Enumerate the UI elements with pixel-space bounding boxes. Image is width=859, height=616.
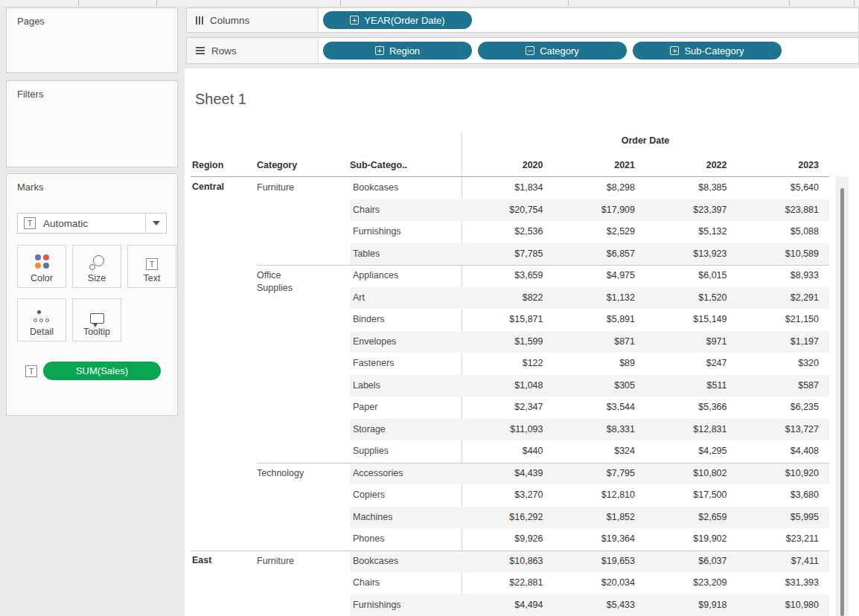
expand-hierarchy-icon[interactable]: + xyxy=(375,46,384,55)
value-cell-2020[interactable]: $15,871 xyxy=(462,309,554,331)
value-cell-2020[interactable]: $4,439 xyxy=(462,463,554,485)
value-cell-2023[interactable]: $6,235 xyxy=(738,397,830,419)
subcategory-cell[interactable]: Supplies xyxy=(350,440,462,463)
value-cell-2021[interactable]: $1,132 xyxy=(554,287,646,309)
value-cell-2020[interactable]: $4,494 xyxy=(462,594,554,616)
year-header-2020[interactable]: 2020 xyxy=(462,160,554,170)
category-cell[interactable] xyxy=(257,199,350,222)
value-cell-2023[interactable]: $587 xyxy=(738,375,830,397)
value-cell-2022[interactable]: $9,918 xyxy=(645,594,738,616)
value-cell-2020[interactable]: $1,834 xyxy=(462,177,554,199)
region-cell[interactable] xyxy=(191,221,257,243)
value-cell-2023[interactable]: $10,589 xyxy=(738,243,830,266)
region-cell[interactable] xyxy=(191,419,257,441)
value-cell-2021[interactable]: $8,298 xyxy=(554,177,646,199)
color-button[interactable]: Color xyxy=(17,245,66,288)
subcategory-cell[interactable]: Bookcases xyxy=(350,551,462,573)
region-cell[interactable] xyxy=(191,265,257,287)
value-cell-2021[interactable]: $4,975 xyxy=(554,265,646,287)
value-cell-2021[interactable]: $5,433 xyxy=(554,594,646,616)
category-cell[interactable]: Technology xyxy=(257,463,350,485)
subcategory-cell[interactable]: Envelopes xyxy=(350,331,462,353)
expand-hierarchy-icon[interactable]: + xyxy=(670,46,679,55)
value-cell-2022[interactable]: $247 xyxy=(645,353,738,375)
value-cell-2021[interactable]: $324 xyxy=(554,440,646,463)
column-dimension-header[interactable]: Order Date xyxy=(462,135,829,146)
value-cell-2020[interactable]: $1,599 xyxy=(462,331,554,353)
subcategory-cell[interactable]: Machines xyxy=(350,507,462,529)
value-cell-2020[interactable]: $1,048 xyxy=(462,375,554,397)
value-cell-2020[interactable]: $22,881 xyxy=(462,572,554,594)
subcategory-cell[interactable]: Fasteners xyxy=(350,353,462,375)
region-cell[interactable] xyxy=(191,331,257,353)
value-cell-2020[interactable]: $7,785 xyxy=(462,243,554,266)
value-cell-2021[interactable]: $305 xyxy=(554,375,646,397)
category-cell[interactable] xyxy=(257,287,350,309)
value-cell-2022[interactable]: $4,295 xyxy=(645,440,738,463)
value-cell-2022[interactable]: $971 xyxy=(645,331,738,353)
value-cell-2020[interactable]: $11,093 xyxy=(462,419,554,441)
value-cell-2022[interactable]: $1,520 xyxy=(645,287,738,309)
value-cell-2021[interactable]: $20,034 xyxy=(554,572,646,594)
subcategory-cell[interactable]: Chairs xyxy=(350,572,462,594)
value-cell-2021[interactable]: $2,529 xyxy=(554,221,646,243)
year-header-2022[interactable]: 2022 xyxy=(645,160,738,170)
columns-shelf[interactable]: Columns +YEAR(Order Date) xyxy=(186,7,859,33)
region-cell[interactable] xyxy=(191,309,257,331)
text-button[interactable]: T Text xyxy=(127,245,176,288)
value-cell-2020[interactable]: $16,292 xyxy=(462,507,554,529)
category-cell[interactable]: Office Supplies xyxy=(257,265,350,287)
region-cell[interactable] xyxy=(191,397,257,419)
mark-type-dropdown-arrow[interactable] xyxy=(145,214,166,233)
size-button[interactable]: Size xyxy=(72,245,121,288)
value-cell-2020[interactable]: $2,536 xyxy=(462,221,554,243)
subcategory-cell[interactable]: Binders xyxy=(350,309,462,331)
mark-type-dropdown[interactable]: T Automatic xyxy=(17,213,167,234)
value-cell-2023[interactable]: $320 xyxy=(738,353,830,375)
category-cell[interactable] xyxy=(257,309,350,331)
region-cell[interactable] xyxy=(191,287,257,309)
value-cell-2023[interactable]: $23,211 xyxy=(738,528,830,551)
value-cell-2020[interactable]: $9,926 xyxy=(462,528,554,551)
value-cell-2020[interactable]: $20,754 xyxy=(462,199,554,222)
field-pill-region[interactable]: +Region xyxy=(323,42,472,60)
value-cell-2022[interactable]: $2,659 xyxy=(645,507,738,529)
year-header-2021[interactable]: 2021 xyxy=(554,160,646,170)
subcategory-cell[interactable]: Art xyxy=(350,287,462,309)
value-cell-2021[interactable]: $89 xyxy=(554,353,646,375)
category-cell[interactable] xyxy=(257,594,350,616)
value-cell-2023[interactable]: $7,411 xyxy=(738,551,830,573)
region-cell[interactable] xyxy=(191,507,257,529)
value-cell-2020[interactable]: $822 xyxy=(462,287,554,309)
value-cell-2022[interactable]: $6,015 xyxy=(645,265,738,287)
region-cell[interactable] xyxy=(191,572,257,594)
field-pill-category[interactable]: −Category xyxy=(478,42,627,60)
subcategory-cell[interactable]: Storage xyxy=(350,419,462,441)
value-cell-2022[interactable]: $12,831 xyxy=(645,419,738,441)
value-cell-2022[interactable]: $5,132 xyxy=(645,221,738,243)
filters-shelf-card[interactable]: Filters xyxy=(6,80,178,167)
value-cell-2023[interactable]: $5,640 xyxy=(738,177,830,199)
subcategory-cell[interactable]: Furnishings xyxy=(350,594,462,616)
category-cell[interactable] xyxy=(257,353,350,375)
value-cell-2022[interactable]: $8,385 xyxy=(645,177,738,199)
subcategory-cell[interactable]: Phones xyxy=(350,528,462,551)
category-cell[interactable] xyxy=(257,331,350,353)
value-cell-2021[interactable]: $3,544 xyxy=(554,397,646,419)
category-cell[interactable] xyxy=(257,484,350,507)
region-cell[interactable] xyxy=(191,375,257,397)
value-cell-2021[interactable]: $6,857 xyxy=(554,243,646,266)
value-cell-2022[interactable]: $6,037 xyxy=(645,551,738,573)
year-header-2023[interactable]: 2023 xyxy=(738,160,830,170)
value-cell-2022[interactable]: $15,149 xyxy=(645,309,738,331)
value-cell-2023[interactable]: $5,088 xyxy=(738,221,830,243)
value-cell-2022[interactable]: $17,500 xyxy=(645,484,738,507)
value-cell-2021[interactable]: $5,891 xyxy=(554,309,646,331)
value-cell-2020[interactable]: $440 xyxy=(462,440,554,463)
value-cell-2021[interactable]: $871 xyxy=(554,331,646,353)
category-cell[interactable] xyxy=(257,221,350,243)
value-cell-2023[interactable]: $23,881 xyxy=(738,199,830,222)
subcategory-cell[interactable]: Furnishings xyxy=(350,221,462,243)
category-cell[interactable]: Furniture xyxy=(257,177,350,199)
value-cell-2023[interactable]: $2,291 xyxy=(738,287,830,309)
